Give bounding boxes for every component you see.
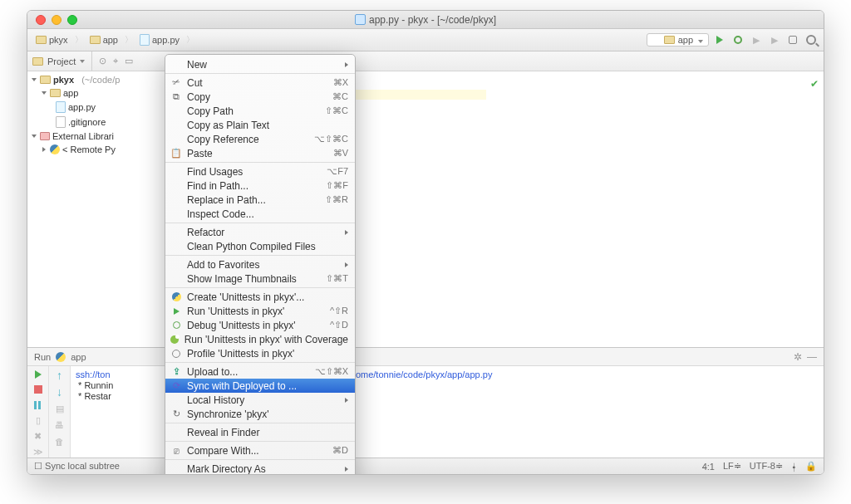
menu-item-synchronize-pkyx[interactable]: ↻Synchronize 'pkyx' [165, 407, 355, 421]
menu-item-label: Sync with Deployed to ... [187, 380, 348, 392]
shortcut-label: ⌥F7 [327, 166, 348, 177]
line-separator[interactable]: LF≑ [723, 461, 741, 472]
menu-item-refactor[interactable]: Refactor [165, 225, 355, 239]
menu-item-label: Copy as Plain Text [187, 120, 348, 131]
menu-item-label: Local History [187, 394, 340, 406]
menu-item-label: Find in Path... [187, 180, 321, 192]
minimize-icon[interactable] [52, 15, 61, 25]
paste-icon: 📋 [170, 148, 182, 159]
breadcrumb-pkyx[interactable]: pkyx [32, 33, 71, 46]
rerun-button[interactable] [32, 369, 44, 379]
cut-icon: ✂ [170, 77, 182, 88]
menu-item-compare-with[interactable]: ⎚Compare With...⌘D [165, 443, 355, 458]
shortcut-label: ⌥⇧⌘C [314, 134, 348, 144]
shortcut-label: ⇧⌘C [325, 105, 348, 116]
close-icon[interactable] [36, 15, 46, 25]
file-encoding[interactable]: UTF-8≑ [750, 461, 783, 472]
debug-button[interactable] [730, 32, 745, 47]
clear-button[interactable]: 🗑 [54, 436, 66, 448]
menu-item-copy-reference[interactable]: Copy Reference⌥⇧⌘C [165, 132, 355, 146]
menu-item-upload-to[interactable]: ⇪Upload to...⌥⇧⌘X [165, 365, 355, 379]
shortcut-label: ⇧⌘R [325, 194, 348, 205]
window-title: app.py - pkyx - [~/code/pkyx] [369, 14, 496, 26]
menu-item-label: Copy [187, 91, 327, 103]
menu-item-find-usages[interactable]: Find Usages⌥F7 [165, 164, 355, 179]
collapse-icon[interactable]: ⊙ [99, 56, 106, 66]
folder-icon [664, 36, 675, 44]
menu-item-mark-directory-as[interactable]: Mark Directory As [165, 462, 355, 475]
close-button[interactable]: ≫ [32, 447, 44, 458]
pause-button[interactable] [32, 400, 44, 410]
menu-item-reveal-in-finder[interactable]: Reveal in Finder [165, 425, 355, 439]
menu-item-inspect-code[interactable]: Inspect Code... [165, 207, 355, 221]
menu-item-debug-unittests-in-pkyx[interactable]: Debug 'Unittests in pkyx'^⇧D [165, 318, 355, 332]
menu-item-add-to-favorites[interactable]: Add to Favorites [165, 257, 355, 272]
lock-icon[interactable]: 🔒 [805, 461, 817, 472]
caret-position[interactable]: 4:1 [702, 462, 715, 472]
menu-item-local-history[interactable]: Local History [165, 393, 355, 407]
scroll-down-button[interactable]: ↓ [54, 386, 66, 398]
menu-item-copy-path[interactable]: Copy Path⇧⌘C [165, 104, 355, 118]
menu-item-copy-as-plain-text[interactable]: Copy as Plain Text [165, 118, 355, 132]
menu-item-run-unittests-in-pkyx-with-coverage[interactable]: Run 'Unittests in pkyx' with Coverage [165, 332, 355, 346]
menu-item-clean-python-compiled-files[interactable]: Clean Python Compiled Files [165, 239, 355, 253]
hide-icon[interactable]: ▭ [125, 56, 133, 66]
chevron-right-icon: 〉 [75, 34, 83, 46]
soft-wrap-button[interactable]: ▤ [54, 403, 66, 414]
run-button[interactable] [712, 32, 727, 47]
menu-item-label: Refactor [187, 227, 340, 238]
cov-icon [170, 335, 180, 344]
gear-icon[interactable]: ✲ [794, 351, 802, 363]
search-button[interactable] [804, 32, 819, 47]
scroll-up-button[interactable]: ↑ [54, 369, 66, 381]
profile-button[interactable]: ▶ [767, 32, 782, 47]
bug-icon [734, 36, 742, 44]
menu-item-show-image-thumbnails[interactable]: Show Image Thumbnails⇧⌘T [165, 272, 355, 286]
pin-button[interactable]: ✖ [32, 431, 44, 442]
minimize-panel-icon[interactable]: — [807, 351, 817, 363]
context-menu: New✂Cut⌘X⧉Copy⌘CCopy Path⇧⌘CCopy as Plai… [165, 54, 356, 475]
run-config-selector[interactable]: app [647, 33, 709, 46]
menu-item-replace-in-path[interactable]: Replace in Path...⇧⌘R [165, 193, 355, 207]
toolwindow-icon[interactable]: ☐ [34, 461, 42, 471]
shortcut-label: ^⇧D [330, 320, 348, 330]
menu-item-create-unittests-in-pkyx[interactable]: Create 'Unittests in pkyx'... [165, 290, 355, 304]
target-icon[interactable]: ⌖ [113, 56, 118, 66]
menu-item-label: Run 'Unittests in pkyx' with Coverage [184, 334, 348, 345]
git-icon[interactable]: ⍿ [791, 462, 797, 472]
breadcrumb-app-py[interactable]: app.py [136, 32, 183, 47]
menu-item-sync-with-deployed-to[interactable]: ⟳Sync with Deployed to ... [165, 379, 355, 393]
run-config-label: app [678, 35, 693, 45]
project-toolwindow-button[interactable]: Project [27, 51, 92, 71]
menu-item-new[interactable]: New [165, 57, 355, 71]
bug-icon [170, 321, 182, 329]
stop-button[interactable] [32, 384, 44, 394]
menu-item-copy[interactable]: ⧉Copy⌘C [165, 90, 355, 104]
menu-item-label: Inspect Code... [187, 208, 348, 220]
file-icon [56, 116, 66, 128]
select-button[interactable] [785, 32, 800, 47]
breadcrumb-app[interactable]: app [86, 33, 121, 46]
menu-item-label: Copy Reference [187, 134, 309, 145]
python-icon [56, 352, 66, 362]
shortcut-label: ⌘C [332, 91, 348, 102]
menu-item-cut[interactable]: ✂Cut⌘X [165, 76, 355, 90]
library-icon [40, 132, 50, 140]
print-button[interactable]: 🖶 [54, 419, 66, 431]
clock-icon [170, 350, 182, 358]
run-gutter-right: ↑ ↓ ▤ 🖶 🗑 [49, 366, 71, 458]
sync2-icon: ↻ [170, 409, 182, 419]
menu-item-run-unittests-in-pkyx[interactable]: Run 'Unittests in pkyx'^⇧R [165, 304, 355, 318]
shortcut-label: ⌥⇧⌘X [315, 366, 348, 377]
dump-button[interactable]: ▯ [32, 415, 44, 426]
menu-item-profile-unittests-in-pkyx[interactable]: Profile 'Unittests in pkyx' [165, 346, 355, 360]
play-icon [716, 36, 723, 44]
copy-icon: ⧉ [170, 91, 182, 102]
coverage-button[interactable]: ▶ [749, 32, 764, 47]
chevron-right-icon: 〉 [186, 34, 194, 46]
menu-item-label: Reveal in Finder [187, 427, 348, 438]
menu-item-label: Profile 'Unittests in pkyx' [187, 348, 348, 360]
zoom-icon[interactable] [67, 15, 77, 25]
menu-item-paste[interactable]: 📋Paste⌘V [165, 146, 355, 160]
menu-item-find-in-path[interactable]: Find in Path...⇧⌘F [165, 179, 355, 193]
